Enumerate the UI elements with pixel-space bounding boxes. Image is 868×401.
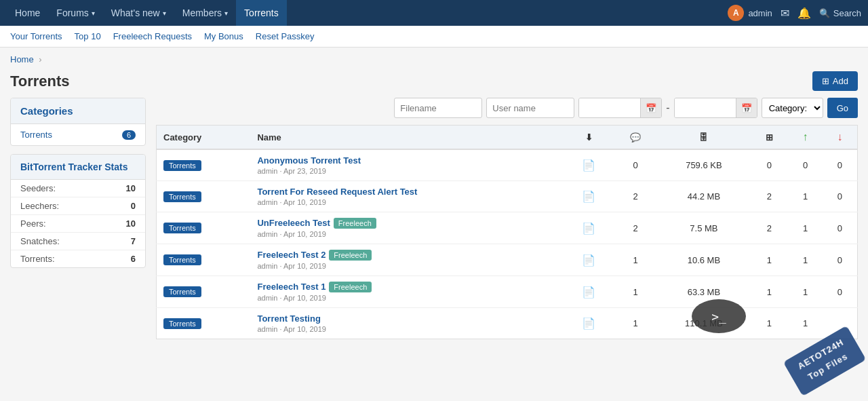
reset-passkey-link[interactable]: Reset Passkey xyxy=(256,31,315,41)
torrent-meta: admin · Apr 23, 2019 xyxy=(257,167,557,175)
calendar-from-icon[interactable]: 📅 xyxy=(640,98,661,118)
row-download-icon[interactable]: 📄 xyxy=(564,181,613,212)
torrent-name-link[interactable]: Freeleech Test 1 xyxy=(257,282,326,292)
add-button[interactable]: ⊞ Add xyxy=(812,71,858,91)
file-download-icon: 📄 xyxy=(582,191,595,202)
torrent-name-link[interactable]: Anonymous Torrent Test xyxy=(257,155,361,166)
col-leechers: ↓ xyxy=(823,126,858,150)
col-downloads: ⬇ xyxy=(564,126,613,150)
stat-torrents-value: 6 xyxy=(131,254,136,264)
row-seeders: 1 xyxy=(788,244,823,276)
file-download-icon: 📄 xyxy=(582,159,595,171)
stat-torrents: Torrents: 6 xyxy=(11,250,145,267)
search-label: Search xyxy=(833,8,861,18)
search-icon: 🔍 xyxy=(819,8,830,18)
stat-torrents-label: Torrents: xyxy=(20,254,55,264)
stat-leechers: Leechers: 0 xyxy=(11,197,145,215)
row-category: Torrents xyxy=(157,244,251,276)
torrent-meta: admin · Apr 10, 2019 xyxy=(257,325,557,333)
date-from-input[interactable] xyxy=(579,98,640,117)
row-category: Torrents xyxy=(157,149,251,181)
my-bonus-link[interactable]: My Bonus xyxy=(204,31,243,41)
row-category: Torrents xyxy=(157,276,251,308)
row-name-cell: Freeleech Test 1Freeleech admin · Apr 10… xyxy=(250,276,564,308)
torrent-name-link[interactable]: UnFreeleech Test xyxy=(257,218,330,228)
sidebar-item-torrents[interactable]: Torrents 6 xyxy=(11,124,145,145)
stat-peers: Peers: 10 xyxy=(11,215,145,233)
stat-peers-label: Peers: xyxy=(20,218,46,229)
row-category: Torrents xyxy=(157,212,251,244)
members-arrow: ▾ xyxy=(224,9,228,17)
freeleech-requests-link[interactable]: Freeleech Requests xyxy=(113,31,192,41)
stat-peers-value: 10 xyxy=(126,218,136,229)
torrent-name-link[interactable]: Freeleech Test 2 xyxy=(257,250,326,260)
row-completed: 0 xyxy=(750,149,788,181)
sidebar-item-torrents-count: 6 xyxy=(122,130,136,140)
nav-forums[interactable]: Forums ▾ xyxy=(48,0,102,26)
nav-home[interactable]: Home xyxy=(7,0,48,26)
row-size: 759.6 KB xyxy=(658,149,751,181)
categories-title: Categories xyxy=(11,98,145,124)
row-name-cell: Torrent For Reseed Request Alert Test ad… xyxy=(250,181,564,212)
row-download-icon[interactable]: 📄 xyxy=(564,308,613,339)
torrent-name-link[interactable]: Torrent For Reseed Request Alert Test xyxy=(257,187,417,197)
your-torrents-link[interactable]: Your Torrents xyxy=(10,31,62,41)
category-badge: Torrents xyxy=(163,160,201,171)
col-comments: 💬 xyxy=(613,126,657,150)
go-button[interactable]: Go xyxy=(827,98,858,118)
main-layout: Categories Torrents 6 BitTorrent Tracker… xyxy=(0,98,868,349)
nav-members[interactable]: Members ▾ xyxy=(174,0,236,26)
row-seeders: 1 xyxy=(788,308,823,339)
category-badge: Torrents xyxy=(163,223,201,233)
user-info[interactable]: A admin xyxy=(728,5,772,21)
category-badge: Torrents xyxy=(163,318,201,329)
torrent-name-link[interactable]: Torrent Testing xyxy=(257,313,320,324)
file-download-icon: 📄 xyxy=(582,318,595,329)
nav-torrents[interactable]: Torrents xyxy=(236,0,287,26)
avatar: A xyxy=(728,5,744,21)
username: admin xyxy=(748,8,772,18)
category-select[interactable]: Category: xyxy=(762,98,823,118)
row-leechers: 0 xyxy=(823,276,858,308)
date-to-input[interactable] xyxy=(675,98,736,117)
add-icon: ⊞ xyxy=(822,76,829,86)
row-download-icon[interactable]: 📄 xyxy=(564,244,613,276)
row-download-icon[interactable]: 📄 xyxy=(564,276,613,308)
page-title: Torrents xyxy=(10,73,70,90)
row-leechers: 0 xyxy=(823,244,858,276)
row-leechers: 0 xyxy=(823,181,858,212)
sidebar-item-torrents-label: Torrents xyxy=(20,130,52,140)
date-separator: - xyxy=(666,102,669,114)
breadcrumb-home[interactable]: Home xyxy=(10,54,34,64)
search-button[interactable]: 🔍 Search xyxy=(819,8,861,18)
bell-icon[interactable]: 🔔 xyxy=(797,7,811,20)
table-row: Torrents Anonymous Torrent Test admin · … xyxy=(157,149,858,181)
mail-icon[interactable]: ✉ xyxy=(781,7,789,20)
row-completed: 2 xyxy=(750,181,788,212)
col-name: Name xyxy=(250,126,564,150)
stat-snatches-label: Snatches: xyxy=(20,236,60,246)
category-badge: Torrents xyxy=(163,286,201,297)
table-row: Torrents Freeleech Test 1Freeleech admin… xyxy=(157,276,858,308)
row-comments: 1 xyxy=(613,244,657,276)
row-comments: 2 xyxy=(613,181,657,212)
filename-input[interactable] xyxy=(394,98,482,118)
top10-link[interactable]: Top 10 xyxy=(75,31,101,41)
nav-whats-new[interactable]: What's new ▾ xyxy=(103,0,174,26)
forums-arrow: ▾ xyxy=(92,9,95,17)
table-row: Torrents Torrent Testing admin · Apr 10,… xyxy=(157,308,858,339)
row-leechers: 0 xyxy=(823,212,858,244)
calendar-to-icon[interactable]: 📅 xyxy=(736,98,757,118)
row-download-icon[interactable]: 📄 xyxy=(564,149,613,181)
username-input[interactable] xyxy=(486,98,574,118)
row-seeders: 1 xyxy=(788,181,823,212)
row-download-icon[interactable]: 📄 xyxy=(564,212,613,244)
torrent-meta: admin · Apr 10, 2019 xyxy=(257,262,557,270)
col-category: Category xyxy=(157,126,251,150)
breadcrumb-sep: › xyxy=(39,54,41,64)
table-row: Torrents UnFreeleech TestFreeleech admin… xyxy=(157,212,858,244)
torrent-meta: admin · Apr 10, 2019 xyxy=(257,230,557,238)
row-name-cell: Torrent Testing admin · Apr 10, 2019 xyxy=(250,308,564,339)
row-seeders: 1 xyxy=(788,276,823,308)
row-completed: 1 xyxy=(750,244,788,276)
